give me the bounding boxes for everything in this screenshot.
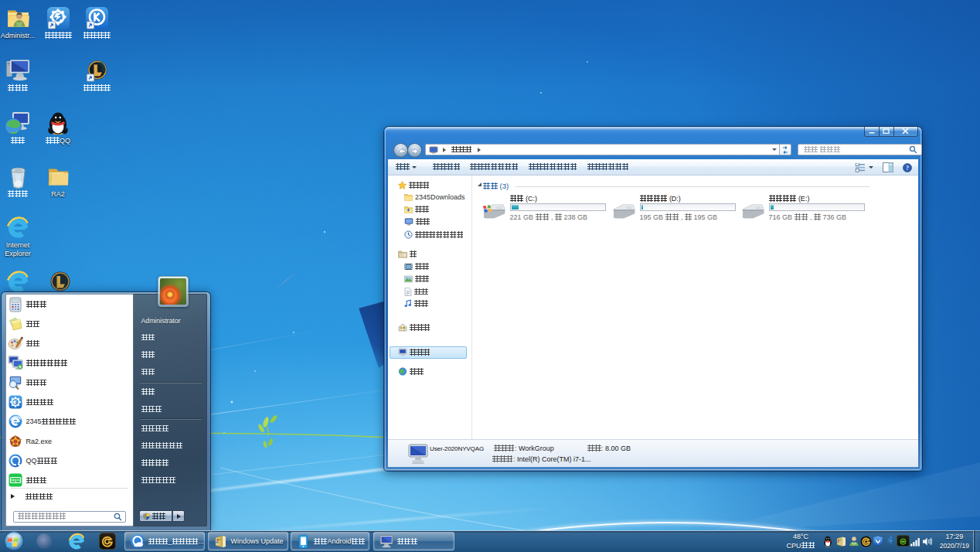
svg-text:?: ? xyxy=(906,165,909,172)
